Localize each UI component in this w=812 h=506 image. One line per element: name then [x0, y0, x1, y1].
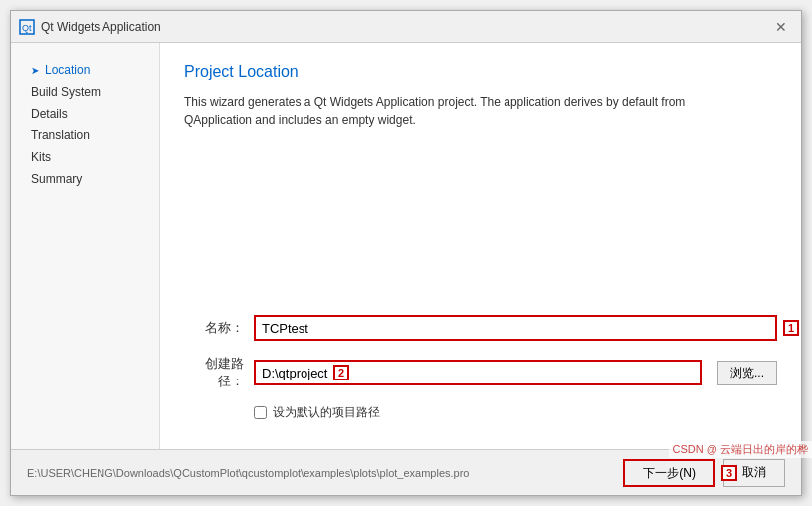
annotation-3: 3: [721, 465, 737, 481]
name-row: 名称： 1: [184, 315, 777, 341]
path-label: 创建路径：: [184, 355, 254, 390]
dialog-body: ➤ Location Build System Details Translat…: [11, 43, 801, 449]
default-path-checkbox[interactable]: [254, 406, 267, 419]
main-dialog: Qt Qt Widgets Application ✕ ➤ Location B…: [10, 10, 802, 496]
close-button[interactable]: ✕: [769, 15, 793, 39]
svg-text:Qt: Qt: [22, 23, 32, 33]
section-title: Project Location: [184, 63, 777, 81]
main-content: Project Location This wizard generates a…: [160, 43, 801, 449]
path-input[interactable]: [254, 360, 702, 385]
sidebar-item-build-system[interactable]: Build System: [11, 81, 159, 103]
annotation-1: 1: [783, 320, 799, 336]
checkbox-label: 设为默认的项目路径: [273, 404, 380, 421]
title-bar-left: Qt Qt Widgets Application: [19, 19, 161, 35]
annotation-2: 2: [333, 365, 349, 380]
footer-path: E:\USER\CHENG\Downloads\QCustomPlot\qcus…: [27, 467, 469, 479]
checkbox-row: 设为默认的项目路径: [254, 404, 777, 421]
sidebar: ➤ Location Build System Details Translat…: [11, 43, 160, 449]
watermark: CSDN @ 云端日出的岸的桦: [669, 441, 812, 458]
form-area: 名称： 1 创建路径： 2 浏览...: [184, 305, 777, 429]
name-input[interactable]: [254, 315, 777, 341]
name-label: 名称：: [184, 319, 254, 337]
arrow-icon: ➤: [31, 65, 39, 76]
sidebar-item-kits[interactable]: Kits: [11, 146, 159, 168]
path-row: 创建路径： 2 浏览...: [184, 355, 777, 390]
sidebar-item-summary[interactable]: Summary: [11, 168, 159, 190]
dialog-title: Qt Widgets Application: [41, 20, 161, 34]
qt-app-icon: Qt: [19, 19, 35, 35]
description-text: This wizard generates a Qt Widgets Appli…: [184, 93, 777, 128]
sidebar-item-location[interactable]: ➤ Location: [11, 59, 159, 81]
next-button[interactable]: 下一步(N): [623, 459, 715, 487]
sidebar-item-details[interactable]: Details: [11, 103, 159, 125]
sidebar-item-translation[interactable]: Translation: [11, 125, 159, 146]
title-bar: Qt Qt Widgets Application ✕: [11, 11, 801, 43]
browse-button[interactable]: 浏览...: [717, 361, 777, 385]
